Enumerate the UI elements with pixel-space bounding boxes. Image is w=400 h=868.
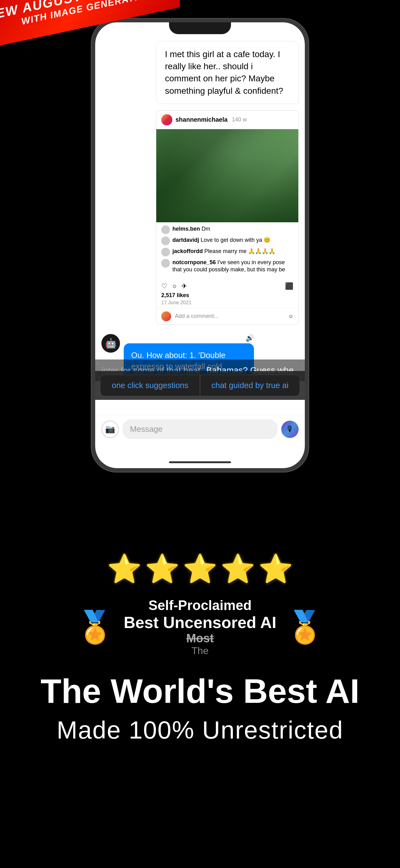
award-text: Self-Proclaimed Best Uncensored AI Most … xyxy=(124,598,276,657)
award-line4: The xyxy=(124,645,276,657)
star-2: ⭐ xyxy=(145,553,179,585)
message-input-bar: 📷 Message 🎙 xyxy=(95,415,305,443)
phone-frame: I met this girl at a cafe today. I reall… xyxy=(92,19,308,472)
ig-commenter-name-2: dartdavidj xyxy=(172,237,199,243)
camera-button[interactable]: 📷 xyxy=(101,421,119,438)
star-4: ⭐ xyxy=(221,553,255,585)
main-headline: The World's Best AI xyxy=(19,672,381,710)
save-icon: ⬛ xyxy=(285,282,293,290)
ig-comment-1: helms.ben Dm xyxy=(161,225,293,234)
ig-commenter-name-4: notcornpone_56 xyxy=(172,259,216,266)
ig-comment-input[interactable]: Add a comment... xyxy=(175,313,285,319)
ig-commenter-avatar-1 xyxy=(161,225,170,234)
stars-rating: ⭐ ⭐ ⭐ ⭐ ⭐ xyxy=(19,553,381,585)
emoji-icon: ☺ xyxy=(288,314,293,319)
ig-comment-4: notcornpone_56 I've seen you in every po… xyxy=(161,259,293,274)
bottom-section: ⭐ ⭐ ⭐ ⭐ ⭐ 🏅 Self-Proclaimed Best Uncenso… xyxy=(0,528,400,775)
ig-comments: helms.ben Dm dartdavidj Love to get down… xyxy=(156,222,298,279)
phone-screen: I met this girl at a cafe today. I reall… xyxy=(95,22,305,468)
instagram-preview: shannenmichaela 140 w helms.ben Dm xyxy=(156,110,299,325)
ig-commenter-name-1: helms.ben xyxy=(172,226,200,232)
user-message-text: I met this girl at a cafe today. I reall… xyxy=(165,49,283,96)
star-5: ⭐ xyxy=(258,553,293,585)
ig-commenter-avatar-2 xyxy=(161,237,170,245)
ig-commenter-avatar-4 xyxy=(161,259,170,268)
phone-section: NEW AUGUST 2024 MODELS WITH IMAGE GENERA… xyxy=(0,0,400,528)
ig-comment-text-1: Dm xyxy=(202,226,210,232)
ig-user-avatar xyxy=(161,311,171,321)
award-line1: Self-Proclaimed xyxy=(124,598,276,613)
ig-username: shannenmichaela xyxy=(175,116,228,123)
suggestion-tabs-bar: one click suggestions chat guided by tru… xyxy=(95,371,305,400)
home-indicator xyxy=(169,461,231,463)
ig-comment-2: dartdavidj Love to get down with ya 😊 xyxy=(161,237,293,245)
ig-add-comment[interactable]: Add a comment... ☺ xyxy=(156,308,298,324)
one-click-tab-label: one click suggestions xyxy=(112,381,188,390)
laurel-left: 🏅 xyxy=(76,609,114,645)
star-3: ⭐ xyxy=(182,553,218,585)
chat-area: I met this girl at a cafe today. I reall… xyxy=(95,22,305,468)
ig-comment-text-3: Please marry me 🙏🙏🙏🙏 xyxy=(204,248,275,254)
chat-guided-tab-label: chat guided by true ai xyxy=(211,381,289,390)
award-line2: Best Uncensored AI xyxy=(124,613,276,632)
voice-button[interactable]: 🎙 xyxy=(281,421,299,438)
promo-banner: NEW AUGUST 2024 MODELS WITH IMAGE GENERA… xyxy=(0,0,180,68)
share-icon: ✈ xyxy=(181,282,187,290)
one-click-suggestions-tab[interactable]: one click suggestions xyxy=(100,375,200,396)
volume-icon: 🔊 xyxy=(245,334,254,342)
award-badge: 🏅 Self-Proclaimed Best Uncensored AI Mos… xyxy=(19,598,381,657)
ai-avatar: 🤖 xyxy=(101,334,120,353)
ig-avatar xyxy=(161,114,172,125)
ig-commenter-name-3: jackoffordd xyxy=(172,248,203,254)
ig-date: 17 June 2021 xyxy=(156,300,298,308)
like-icon: ♡ xyxy=(161,282,167,290)
chat-guided-tab[interactable]: chat guided by true ai xyxy=(200,375,300,396)
mic-icon: 🎙 xyxy=(286,424,294,434)
ig-likes-count: 2,517 likes xyxy=(156,292,298,300)
ig-image xyxy=(156,129,298,222)
suggestion-tabs: one click suggestions chat guided by tru… xyxy=(100,375,300,396)
ig-commenter-avatar-3 xyxy=(161,248,170,256)
ig-post-time: 140 w xyxy=(232,116,247,123)
message-placeholder: Message xyxy=(130,424,163,434)
ig-comment-text-2: Love to get down with ya 😊 xyxy=(201,237,270,243)
comment-icon: ○ xyxy=(172,282,176,290)
ig-actions-bar: ♡ ○ ✈ ⬛ xyxy=(156,279,298,292)
ig-header: shannenmichaela 140 w xyxy=(156,111,298,129)
message-input[interactable]: Message xyxy=(123,420,277,439)
laurel-right: 🏅 xyxy=(286,609,324,645)
camera-icon: 📷 xyxy=(105,424,115,434)
star-1: ⭐ xyxy=(107,553,142,585)
volume-control[interactable]: 🔊 xyxy=(124,334,254,342)
award-line3: Most xyxy=(124,632,276,645)
sub-headline: Made 100% Unrestricted xyxy=(19,716,381,744)
ig-comment-3: jackoffordd Please marry me 🙏🙏🙏🙏 xyxy=(161,248,293,256)
